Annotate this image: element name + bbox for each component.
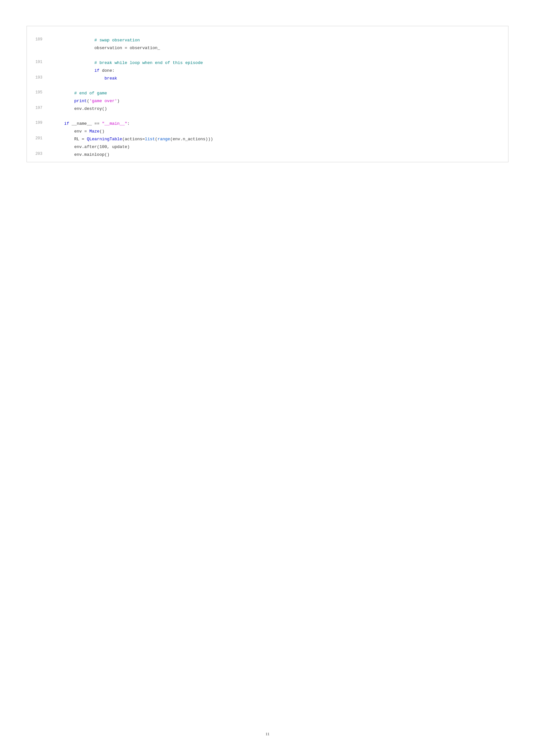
line-number-obs <box>27 44 46 45</box>
line-content-obs: observation = observation_ <box>49 44 160 52</box>
code-line-empty-4 <box>27 113 508 120</box>
line-number-199: 199 <box>27 120 46 125</box>
var-env-after: env.after(100, update) <box>54 145 130 149</box>
line-number-203: 203 <box>27 151 46 156</box>
code-line-203: 203 env.mainloop() <box>27 151 508 159</box>
var-env-actions: (env.n_actions))) <box>170 137 213 142</box>
class-maze: Maze <box>89 129 99 134</box>
op-paren3: ( <box>155 137 157 142</box>
page: 189 # swap observation observation = obs… <box>0 0 535 756</box>
line-number-197: 197 <box>27 105 46 110</box>
var-actions-param: (actions= <box>122 137 145 142</box>
op-assign2: = <box>82 129 89 134</box>
line-content-env-maze: env = Maze() <box>49 128 104 135</box>
builtin-range: range <box>157 137 170 142</box>
code-line-191: 191 # break while loop when end of this … <box>27 59 508 67</box>
code-line-empty-3 <box>27 82 508 90</box>
builtin-list: list <box>145 137 155 142</box>
var-env-destroy: env.destroy() <box>54 106 107 111</box>
code-line-201: 201 RL = QLearningTable(actions=list(ran… <box>27 135 508 143</box>
var-env-mainloop: env.mainloop() <box>54 152 110 157</box>
op-call: () <box>99 129 104 134</box>
line-number-env-maze <box>27 128 46 128</box>
line-content-191: # break while loop when end of this epis… <box>49 60 203 67</box>
var-done: done: <box>99 68 115 73</box>
line-number-empty4 <box>27 113 46 114</box>
op-assign1: = <box>122 45 130 50</box>
line-content-after: env.after(100, update) <box>49 144 130 150</box>
code-line-print: print('game over') <box>27 97 508 105</box>
line-number-191: 191 <box>27 60 46 64</box>
op-eq: == <box>92 121 102 126</box>
code-line-empty-2 <box>27 52 508 59</box>
var-RL: RL <box>54 137 79 142</box>
line-number-empty2 <box>27 52 46 53</box>
line-number-201: 201 <box>27 136 46 141</box>
var-env2: env <box>54 129 82 134</box>
var-name: __name__ <box>69 121 92 126</box>
code-line-after: env.after(100, update) <box>27 143 508 151</box>
code-line-obs: observation = observation_ <box>27 44 508 52</box>
var-observation-underscore: observation_ <box>130 45 160 50</box>
code-line-195: 195 # end of game <box>27 90 508 97</box>
line-content-print: print('game over') <box>49 97 120 105</box>
builtin-print: print <box>54 98 87 103</box>
op-assign3: = <box>79 137 87 142</box>
line-content-193: break <box>49 75 117 82</box>
class-qlearning: QLearningTable <box>87 137 122 142</box>
line-content-189: # swap observation <box>49 37 140 44</box>
line-number <box>27 30 46 30</box>
code-line-193: 193 break <box>27 75 508 82</box>
op-paren2: ) <box>117 98 120 103</box>
line-number-if-done <box>27 67 46 68</box>
line-content-if-done: if done: <box>49 67 115 74</box>
code-line-env-maze: env = Maze() <box>27 128 508 135</box>
comment-swap: # swap observation <box>54 38 140 43</box>
line-number-195: 195 <box>27 90 46 95</box>
code-line-199: 199 if __name__ == "__main__": <box>27 120 508 128</box>
comment-break: # break while loop when end of this epis… <box>54 61 203 65</box>
line-content-195: # end of game <box>49 90 107 97</box>
line-number-print <box>27 97 46 98</box>
code-line-197: 197 env.destroy() <box>27 105 508 113</box>
str-game-over: 'game over' <box>89 98 117 103</box>
code-line-empty-1 <box>27 29 508 37</box>
code-line-if-done: if done: <box>27 67 508 75</box>
line-number-189: 189 <box>27 37 46 42</box>
line-number-after <box>27 144 46 144</box>
line-number-empty3 <box>27 83 46 83</box>
op-colon: : <box>127 121 130 126</box>
kw-if2: if <box>54 121 69 126</box>
code-block: 189 # swap observation observation = obs… <box>27 26 508 162</box>
kw-if: if <box>54 68 99 73</box>
line-content-203: env.mainloop() <box>49 151 110 158</box>
var-observation: observation <box>54 45 122 50</box>
line-number-193: 193 <box>27 75 46 80</box>
kw-break: break <box>54 76 117 81</box>
line-content-201: RL = QLearningTable(actions=list(range(e… <box>49 136 213 143</box>
code-line-189: 189 # swap observation <box>27 37 508 44</box>
str-main: "__main__" <box>102 121 127 126</box>
line-content-199: if __name__ == "__main__": <box>49 120 130 127</box>
line-content-197: env.destroy() <box>49 105 107 113</box>
page-number: 11 <box>266 731 270 737</box>
comment-end-game: # end of game <box>54 91 107 96</box>
